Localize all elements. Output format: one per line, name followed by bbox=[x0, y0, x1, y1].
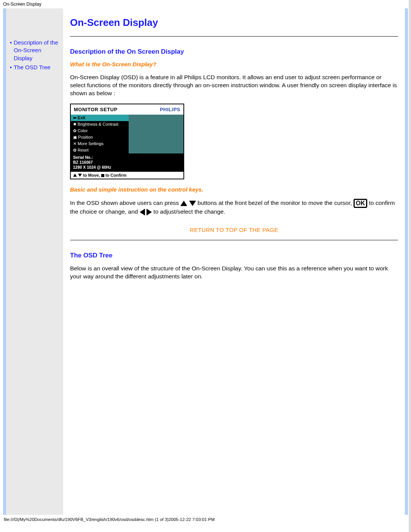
return-to-top-link[interactable]: RETURN TO TOP OF THE PAGE bbox=[190, 227, 278, 233]
osd-menu-item: ✹ Brightness & Contrast bbox=[71, 121, 129, 128]
footer-path: file:///D|/My%20Documents/dfu/190V6FB_V3… bbox=[0, 515, 411, 526]
osd-info: Serial No.: BZ 116067 1280 X 1024 @ 60Hz bbox=[71, 153, 183, 171]
sidebar-item-osd-tree[interactable]: The OSD Tree bbox=[10, 64, 59, 71]
ok-button-icon: OK bbox=[354, 199, 367, 208]
page-title: On-Screen Display bbox=[70, 17, 398, 29]
osd-menu-item: ⬅ Exit bbox=[71, 115, 129, 121]
divider bbox=[70, 240, 398, 240]
osd-tree-paragraph: Below is an overall view of the structur… bbox=[70, 265, 398, 281]
up-icon bbox=[73, 174, 77, 177]
content: On-Screen Display Description of the On … bbox=[63, 8, 405, 515]
scrollbar[interactable] bbox=[409, 0, 411, 526]
osd-menu-item: ✿ Color bbox=[71, 128, 129, 134]
osd-preview bbox=[129, 115, 183, 153]
instruction-paragraph: In the OSD shown above users can press b… bbox=[70, 199, 398, 216]
osd-menu-item: ✕ More Settings bbox=[71, 141, 129, 147]
osd-screenshot: MONITOR SETUP PHILIPS ⬅ Exit ✹ Brightnes… bbox=[70, 104, 184, 179]
confirm-icon bbox=[101, 174, 104, 177]
sidebar-link[interactable]: Description of the On-Screen Display bbox=[14, 39, 58, 61]
osd-footer: to Move, to Confirm bbox=[71, 171, 183, 179]
arrow-up-icon bbox=[180, 201, 187, 206]
return-to-top[interactable]: RETURN TO TOP OF THE PAGE bbox=[70, 227, 398, 233]
arrow-left-icon bbox=[140, 209, 145, 216]
window-title: On-Screen Display bbox=[0, 0, 411, 8]
osd-brand: PHILIPS bbox=[160, 107, 180, 112]
section-heading-description: Description of the On Screen Display bbox=[70, 48, 398, 56]
osd-title: MONITOR SETUP bbox=[74, 107, 118, 112]
osd-menu-item: ✿ Reset bbox=[71, 147, 129, 153]
arrow-down-icon bbox=[189, 201, 196, 206]
osd-menu: ⬅ Exit ✹ Brightness & Contrast ✿ Color ▣… bbox=[71, 115, 129, 153]
osd-menu-item: ▣ Position bbox=[71, 134, 129, 141]
description-paragraph: On-Screen Display (OSD) is a feature in … bbox=[70, 73, 398, 97]
sub-instruction: Basic and simple instruction on the cont… bbox=[70, 186, 398, 193]
sidebar: Description of the On-Screen Display The… bbox=[6, 8, 63, 515]
sub-question: What is the On-Screen Display? bbox=[70, 61, 398, 67]
sidebar-link[interactable]: The OSD Tree bbox=[14, 64, 51, 70]
divider bbox=[70, 36, 398, 37]
down-icon bbox=[78, 174, 82, 177]
arrow-right-icon bbox=[147, 209, 152, 216]
section-heading-osd-tree: The OSD Tree bbox=[70, 252, 398, 259]
sidebar-item-description[interactable]: Description of the On-Screen Display bbox=[10, 39, 59, 62]
